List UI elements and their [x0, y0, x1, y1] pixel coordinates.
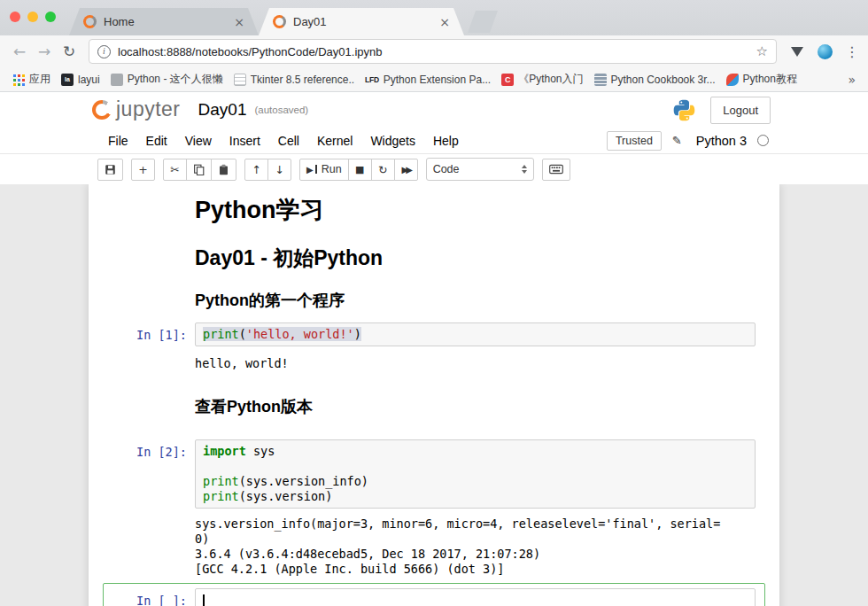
markdown-cell-check-version[interactable]: 查看Python版本 — [108, 397, 760, 416]
kernel-name: Python 3 — [696, 134, 747, 148]
move-cell-up-button[interactable]: ↑ — [244, 159, 268, 181]
menu-file[interactable]: File — [99, 134, 137, 148]
restart-run-all-button[interactable]: ▶▶ — [394, 159, 418, 181]
logout-button[interactable]: Logout — [710, 97, 771, 124]
menu-insert[interactable]: Insert — [221, 134, 269, 148]
back-icon[interactable]: ← — [9, 43, 30, 60]
tab-home[interactable]: Home × — [69, 8, 259, 35]
heading-day01: Day01 - 初始Python — [195, 246, 756, 269]
interrupt-kernel-button[interactable]: ■ — [348, 159, 372, 181]
restart-kernel-button[interactable]: ↻ — [371, 159, 395, 181]
extension-download-icon[interactable] — [791, 47, 803, 57]
bookmark-tkinter-reference[interactable]: Tkinter 8.5 reference.. — [229, 72, 360, 88]
heading-check-version: 查看Python版本 — [195, 397, 756, 416]
menu-view[interactable]: View — [176, 134, 221, 148]
reload-icon[interactable]: ↻ — [58, 43, 80, 60]
bookmark-python-extension[interactable]: LFD Python Extension Pa... — [360, 72, 496, 88]
heading-python-study: Python学习 — [195, 197, 756, 223]
command-palette-button[interactable] — [542, 159, 570, 181]
page-info-icon[interactable]: i — [97, 45, 111, 58]
window-close-button[interactable] — [10, 12, 20, 22]
url-text[interactable]: localhost:8888/notebooks/PythonCode/Day0… — [118, 45, 749, 58]
paste-icon — [218, 164, 229, 175]
bookmark-label: 《Python入门 — [518, 72, 583, 87]
jupyter-logo[interactable]: jupyter — [92, 99, 181, 121]
copy-icon — [193, 164, 205, 175]
save-button[interactable] — [97, 159, 123, 181]
markdown-cell-first-program[interactable]: Python的第一个程序 — [108, 291, 760, 310]
browser-menu-icon[interactable]: ⋮ — [845, 43, 859, 60]
input-prompt: In [ ]: — [108, 588, 195, 606]
notebook-title[interactable]: Day01 — [198, 100, 247, 120]
new-tab-button[interactable] — [468, 11, 498, 33]
step-forward-bar — [315, 165, 317, 174]
window-zoom-button[interactable] — [45, 12, 56, 22]
input-prompt: In [2]: — [108, 439, 195, 509]
select-arrows-icon — [522, 165, 527, 174]
tab-close-icon[interactable]: × — [439, 15, 450, 29]
bookmark-python-cookbook[interactable]: Python Cookbook 3r... — [589, 72, 721, 88]
menu-cell[interactable]: Cell — [269, 134, 308, 148]
bookmark-label: Tkinter 8.5 reference.. — [251, 74, 354, 86]
bookmark-label: Python - 这个人很懒 — [128, 72, 223, 87]
bookmarks-overflow-icon[interactable]: » — [842, 73, 861, 87]
tab-day01[interactable]: Day01 × — [259, 8, 464, 35]
feather-favicon — [726, 74, 739, 86]
cell-type-value: Code — [433, 163, 460, 175]
output-cell-1: hello, world! — [108, 356, 760, 371]
menu-edit[interactable]: Edit — [137, 134, 176, 148]
bookmark-label: Python Extension Pa... — [384, 74, 491, 86]
bookmark-python-blog[interactable]: Python - 这个人很懒 — [105, 70, 229, 89]
menu-widgets[interactable]: Widgets — [361, 134, 424, 148]
cell-prompt — [108, 397, 195, 416]
notebook-scroll-area[interactable]: Python学习 Day01 - 初始Python Python的第一个程序 I… — [0, 184, 868, 606]
bookmark-apps[interactable]: 应用 — [7, 70, 56, 89]
menu-kernel[interactable]: Kernel — [308, 134, 361, 148]
cut-cell-button[interactable]: ✂ — [163, 159, 187, 181]
tab-label: Home — [104, 15, 229, 28]
forward-icon[interactable]: → — [34, 43, 55, 60]
window-controls — [10, 12, 56, 22]
move-cell-down-button[interactable]: ↓ — [267, 159, 291, 181]
cell-type-select[interactable]: Code — [426, 158, 534, 181]
extension-globe-icon[interactable] — [818, 44, 833, 59]
bookmark-python-tutorial[interactable]: Python教程 — [721, 70, 802, 89]
markdown-cell-day01[interactable]: Day01 - 初始Python — [108, 246, 760, 269]
code-cell-1[interactable]: In [1]: print('hello, world!') — [108, 322, 760, 346]
tab-label: Day01 — [293, 15, 434, 28]
jupyter-header: jupyter Day01 (autosaved) Logout — [0, 92, 868, 128]
output-text-2: sys.version_info(major=3, minor=6, micro… — [195, 517, 756, 577]
layui-favicon: la — [61, 74, 74, 86]
code-input-1[interactable]: print('hello, world!') — [195, 322, 756, 346]
autosave-status: (autosaved) — [254, 105, 308, 115]
code-cell-2[interactable]: In [2]: import sysprint(sys.version_info… — [108, 439, 760, 509]
bookmark-layui[interactable]: la layui — [56, 72, 105, 88]
notebook-menubar: File Edit View Insert Cell Kernel Widget… — [0, 128, 868, 154]
code-cell-empty-selected[interactable]: In [ ]: — [103, 583, 765, 606]
menu-help[interactable]: Help — [424, 134, 468, 148]
edit-mode-pencil-icon: ✎ — [672, 134, 682, 147]
run-cell-button[interactable]: ▶ Run — [299, 159, 349, 181]
code-input-2[interactable]: import sysprint(sys.version_info)print(s… — [195, 439, 756, 509]
address-bar[interactable]: i localhost:8888/notebooks/PythonCode/Da… — [89, 39, 777, 64]
bookmark-python-intro[interactable]: C 《Python入门 — [496, 70, 588, 89]
lfd-favicon: LFD — [365, 74, 379, 86]
window-minimize-button[interactable] — [27, 12, 38, 22]
jupyter-page: jupyter Day01 (autosaved) Logout File Ed… — [0, 92, 868, 606]
save-icon — [105, 164, 116, 175]
page-favicon — [234, 74, 246, 86]
bookmark-label: Python教程 — [743, 72, 797, 87]
code-input-empty[interactable] — [195, 588, 756, 606]
step-forward-icon: ▶ — [306, 165, 314, 175]
input-prompt: In [1]: — [108, 322, 195, 346]
copy-cell-button[interactable] — [186, 159, 212, 181]
c-favicon: C — [501, 74, 514, 86]
paste-cell-button[interactable] — [211, 159, 236, 181]
add-cell-button[interactable]: + — [131, 159, 155, 181]
jupyter-favicon — [83, 15, 97, 28]
tab-close-icon[interactable]: × — [234, 15, 244, 29]
markdown-cell-title[interactable]: Python学习 — [108, 197, 760, 223]
bookmark-label: layui — [78, 74, 100, 86]
trusted-badge[interactable]: Trusted — [607, 131, 662, 151]
bookmark-star-icon[interactable]: ☆ — [756, 43, 768, 59]
